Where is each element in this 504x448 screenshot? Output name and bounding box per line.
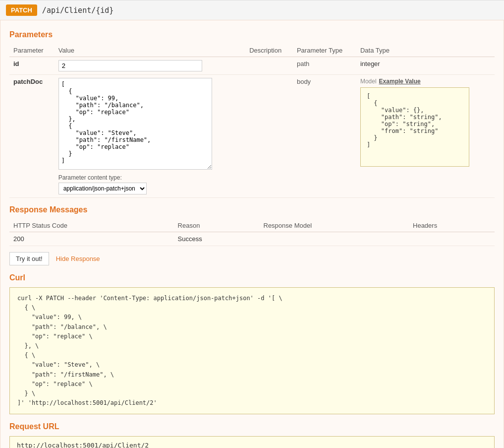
response-messages-table: HTTP Status Code Reason Response Model H… (9, 219, 495, 246)
model-label[interactable]: Model (360, 78, 377, 85)
param-desc-id (245, 57, 293, 75)
example-value-label[interactable]: Example Value (379, 78, 421, 85)
response-messages-heading: Response Messages (9, 205, 495, 214)
param-type-patchdoc: body (297, 78, 311, 85)
try-it-out-button[interactable]: Try it out! (9, 252, 49, 265)
param-row-id: id path integer (9, 57, 495, 75)
param-datatype-id: integer (360, 60, 380, 67)
param-value-id-input[interactable] (58, 60, 202, 71)
parameters-table: Parameter Value Description Parameter Ty… (9, 44, 495, 198)
content-area: Parameters Parameter Value Description P… (0, 20, 504, 448)
response-row-200: 200 Success (9, 232, 495, 246)
resp-col-headers: Headers (409, 219, 495, 232)
content-type-select[interactable]: application/json-patch+json (58, 183, 147, 194)
resp-status-200: 200 (9, 232, 174, 246)
hide-response-link[interactable]: Hide Response (56, 255, 100, 262)
action-row: Try it out! Hide Response (9, 252, 495, 265)
param-desc-patchdoc (245, 75, 293, 198)
model-example-area: Model Example Value [ { "value": {}, "pa… (360, 78, 491, 167)
resp-reason-200: Success (174, 232, 260, 246)
col-value: Value (55, 44, 245, 57)
param-name-patchdoc: patchDoc (13, 78, 43, 85)
endpoint-path: /api/Client/{id} (42, 6, 114, 15)
page-wrapper: PATCH /api/Client/{id} Parameters Parame… (0, 0, 504, 448)
example-value-box: [ { "value": {}, "path": "string", "op":… (360, 87, 469, 167)
col-description: Description (245, 44, 293, 57)
col-parameter: Parameter (9, 44, 55, 57)
resp-col-reason: Reason (174, 219, 260, 232)
header-bar: PATCH /api/Client/{id} (0, 0, 504, 20)
resp-col-model: Response Model (260, 219, 409, 232)
curl-box: curl -X PATCH --header 'Content-Type: ap… (9, 287, 495, 414)
curl-heading: Curl (9, 273, 495, 282)
request-url-heading: Request URL (9, 422, 495, 431)
col-parameter-type: Parameter Type (293, 44, 356, 57)
resp-headers-200 (409, 232, 495, 246)
param-name-id: id (13, 60, 19, 67)
request-url-box: http://localhost:5001/api/Client/2 (9, 436, 495, 448)
col-data-type: Data Type (356, 44, 495, 57)
method-badge: PATCH (6, 4, 37, 16)
param-value-patchdoc-textarea[interactable]: [ { "value": 99, "path": "/balance", "op… (58, 78, 212, 170)
parameters-heading: Parameters (9, 30, 495, 39)
content-type-label: Parameter content type: (58, 174, 241, 181)
param-row-patchdoc: patchDoc [ { "value": 99, "path": "/bala… (9, 75, 495, 198)
resp-model-200 (260, 232, 409, 246)
resp-col-status: HTTP Status Code (9, 219, 174, 232)
model-toggle: Model Example Value (360, 78, 491, 85)
param-type-id: path (297, 60, 309, 67)
